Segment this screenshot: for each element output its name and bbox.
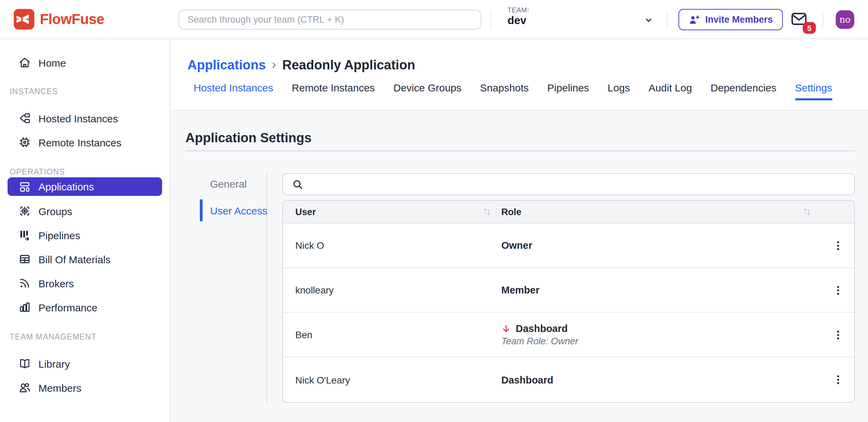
team-label: TEAM: <box>507 6 529 14</box>
main-content: Applications › Readonly Application Host… <box>170 39 868 422</box>
user-access-table: User Role <box>282 200 855 403</box>
chevron-down-icon[interactable] <box>644 16 653 25</box>
flowfuse-logo-icon <box>14 9 34 30</box>
team-selector[interactable]: TEAM: dev <box>507 6 529 27</box>
settings-page: Application Settings General User Access <box>170 111 868 403</box>
sidebar-item-label: Groups <box>38 205 72 217</box>
global-search-input[interactable] <box>179 10 481 30</box>
user-role: Dashboard <box>501 374 821 385</box>
sidebar-item-library[interactable]: Library <box>0 354 170 373</box>
user-name: Nick O <box>295 240 501 251</box>
user-search-box[interactable] <box>282 173 855 195</box>
sidebar-item-applications[interactable]: Applications <box>8 177 162 196</box>
table-row: Ben Dashboard Team Role: Owner <box>283 313 854 357</box>
sidebar-section-team-management: TEAM MANAGEMENT <box>0 331 170 342</box>
user-role: Member <box>501 285 821 296</box>
groups-icon <box>19 205 31 217</box>
table-header-row: User Role <box>283 201 854 223</box>
tab-hosted-instances[interactable]: Hosted Instances <box>194 82 273 100</box>
subnav-item-label: User Access <box>210 204 267 216</box>
sidebar-item-label: Remote Instances <box>38 136 122 148</box>
notifications-button[interactable]: 5 <box>790 10 810 30</box>
user-plus-icon <box>689 14 700 25</box>
sidebar-item-label: Bill Of Materials <box>38 253 111 265</box>
column-header-role[interactable]: Role <box>501 207 821 217</box>
sidebar-section-instances: INSTANCES <box>0 86 170 97</box>
row-actions-kebab-button[interactable] <box>828 236 847 255</box>
table-row: Nick O Owner <box>283 223 854 268</box>
tab-dependencies[interactable]: Dependencies <box>710 82 776 100</box>
tab-settings[interactable]: Settings <box>795 82 832 100</box>
sidebar-item-groups[interactable]: Groups <box>0 201 170 221</box>
user-access-panel: User Role <box>282 165 855 403</box>
subnav-item-label: General <box>210 178 247 189</box>
library-book-icon <box>19 357 31 370</box>
subnav-item-user-access[interactable]: User Access <box>185 199 266 221</box>
settings-subnav: General User Access <box>185 165 266 403</box>
row-actions-kebab-button[interactable] <box>828 370 847 389</box>
application-tabs: Hosted Instances Remote Instances Device… <box>170 82 868 100</box>
user-search-input[interactable] <box>310 174 854 195</box>
sort-icon <box>802 207 812 216</box>
sidebar-item-label: Hosted Instances <box>38 112 118 124</box>
invite-members-button[interactable]: Invite Members <box>678 9 783 30</box>
role-lower-than-team-icon <box>501 323 511 334</box>
user-role: Owner <box>501 240 821 251</box>
header-divider <box>823 11 823 29</box>
column-header-label: Role <box>501 207 522 217</box>
tab-remote-instances[interactable]: Remote Instances <box>292 82 375 100</box>
user-name: knolleary <box>295 285 501 296</box>
sidebar-section-operations: OPERATIONS <box>0 166 170 177</box>
row-actions-kebab-button[interactable] <box>828 325 847 344</box>
breadcrumb-applications-link[interactable]: Applications <box>187 58 266 73</box>
user-name: Nick O'Leary <box>295 374 501 385</box>
page-title: Application Settings <box>185 129 868 147</box>
column-header-user[interactable]: User <box>295 207 501 217</box>
flowfuse-logo-text: FlowFuse <box>40 11 104 27</box>
row-actions-kebab-button[interactable] <box>828 280 847 300</box>
table-row: Nick O'Leary Dashboard <box>283 357 854 402</box>
kebab-menu-icon <box>832 374 844 386</box>
notification-count-badge: 5 <box>803 22 816 34</box>
breadcrumb: Applications › Readonly Application <box>170 39 868 73</box>
user-avatar[interactable]: no <box>836 10 854 29</box>
sidebar-item-members[interactable]: Members <box>0 378 170 397</box>
tab-logs[interactable]: Logs <box>608 82 630 100</box>
sidebar-item-remote-instances[interactable]: Remote Instances <box>0 133 170 152</box>
tab-audit-log[interactable]: Audit Log <box>649 82 692 100</box>
user-name: Ben <box>295 329 501 340</box>
pipelines-icon <box>19 229 31 241</box>
sidebar-item-label: Members <box>38 382 81 393</box>
tab-device-groups[interactable]: Device Groups <box>393 82 461 100</box>
sidebar-item-brokers[interactable]: Brokers <box>0 274 170 293</box>
column-header-label: User <box>295 207 316 217</box>
kebab-menu-icon <box>832 329 844 341</box>
header-divider <box>667 11 667 29</box>
sidebar-item-pipelines[interactable]: Pipelines <box>0 225 170 245</box>
hosted-instances-icon <box>19 112 31 124</box>
breadcrumb-separator-icon: › <box>272 57 276 72</box>
home-icon <box>19 56 31 69</box>
user-role: Dashboard <box>516 323 568 334</box>
tab-pipelines[interactable]: Pipelines <box>547 82 589 100</box>
brokers-rss-icon <box>19 277 31 289</box>
subnav-item-general[interactable]: General <box>185 173 266 195</box>
top-navbar: FlowFuse TEAM: dev Invite Members 5 <box>0 0 868 39</box>
sidebar-item-performance[interactable]: Performance <box>0 298 170 317</box>
search-icon <box>292 178 304 190</box>
members-users-icon <box>19 381 31 394</box>
flowfuse-logo[interactable]: FlowFuse <box>14 9 104 30</box>
kebab-menu-icon <box>832 240 844 251</box>
active-indicator-bar <box>200 199 203 221</box>
team-name: dev <box>507 14 529 27</box>
sidebar-item-home[interactable]: Home <box>0 53 170 72</box>
tab-snapshots[interactable]: Snapshots <box>480 82 529 100</box>
team-role-note: Team Role: Owner <box>501 336 821 346</box>
sidebar-item-label: Performance <box>38 301 98 313</box>
sidebar-item-bill-of-materials[interactable]: Bill Of Materials <box>0 249 170 269</box>
sidebar-item-hosted-instances[interactable]: Hosted Instances <box>0 109 170 128</box>
sidebar-item-label: Library <box>38 358 70 369</box>
page-header: Applications › Readonly Application Host… <box>170 39 868 111</box>
remote-instances-icon <box>19 136 31 148</box>
sidebar-item-label: Applications <box>38 181 94 192</box>
